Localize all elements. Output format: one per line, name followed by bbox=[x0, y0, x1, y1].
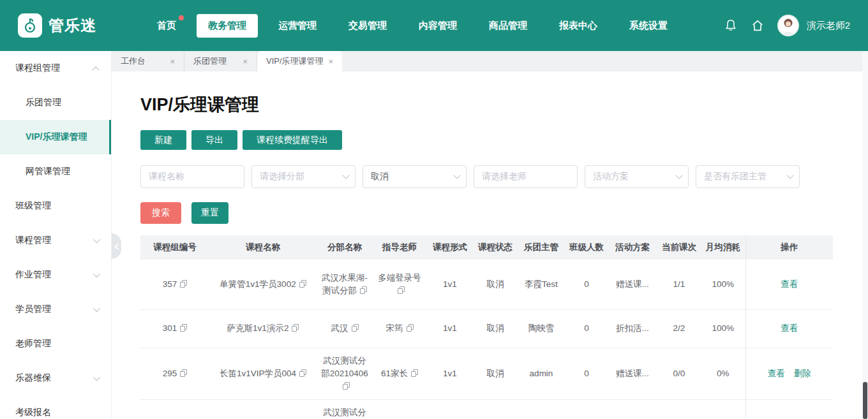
cell-form: 1v1 bbox=[426, 399, 474, 419]
person-icon bbox=[779, 16, 798, 35]
chevron-down-icon bbox=[675, 172, 682, 179]
view-link[interactable]: 查看 bbox=[781, 323, 798, 333]
sidebar-item-teachers[interactable]: 老师管理 bbox=[0, 327, 111, 361]
user-avatar[interactable] bbox=[777, 15, 799, 36]
has-manager-select[interactable]: 是否有乐团主管 bbox=[696, 165, 800, 188]
copy-icon[interactable] bbox=[299, 369, 306, 377]
username[interactable]: 演示老师2 bbox=[807, 20, 850, 32]
cell-form: 1v1 bbox=[426, 309, 474, 348]
cell-students: 0 bbox=[565, 309, 608, 348]
copy-icon[interactable] bbox=[292, 324, 299, 332]
bell-icon[interactable] bbox=[724, 18, 738, 33]
cell-group-id: 295 bbox=[140, 348, 209, 399]
nav-item-products[interactable]: 商品管理 bbox=[477, 14, 539, 38]
cell-course-name: 单簧管1v1学员3002 bbox=[209, 260, 317, 309]
sidebar-item-online-course[interactable]: 网管课管理 bbox=[0, 154, 111, 189]
cell-teacher: 宋筠 bbox=[373, 309, 426, 348]
wind-instrument-icon bbox=[22, 17, 38, 34]
renewal-reminder-export-button[interactable]: 课程续费提醒导出 bbox=[243, 130, 342, 150]
sidebar-item-homework[interactable]: 作业管理 bbox=[0, 258, 111, 292]
copy-icon[interactable] bbox=[407, 324, 414, 332]
close-icon[interactable]: × bbox=[329, 57, 334, 66]
nav-label: 商品管理 bbox=[489, 20, 527, 31]
group-id: 357 bbox=[163, 279, 177, 289]
copy-icon[interactable] bbox=[299, 280, 306, 288]
copy-icon[interactable] bbox=[343, 382, 350, 390]
select-placeholder: 是否有乐团主管 bbox=[704, 171, 786, 182]
copy-icon[interactable] bbox=[180, 280, 187, 288]
nav-item-content[interactable]: 内容管理 bbox=[407, 14, 468, 38]
main-content: VIP/乐理课管理 新建 导出 课程续费提醒导出 课程名称 请选择分部 取消 请… bbox=[112, 71, 868, 419]
tab-vip-theory[interactable]: VIP/乐理课管理 × bbox=[257, 51, 342, 71]
tab-orchestra[interactable]: 乐团管理 × bbox=[184, 51, 257, 71]
sidebar-item-vip-theory[interactable]: VIP/乐理课管理 bbox=[0, 120, 111, 154]
cell-course-name: 中音萨克斯1v1学员00 bbox=[209, 399, 317, 419]
cell-status: 取消 bbox=[474, 309, 517, 348]
select-placeholder: 请选择老师 bbox=[482, 171, 569, 182]
nav-item-settings[interactable]: 系统设置 bbox=[618, 14, 679, 38]
view-link[interactable]: 查看 bbox=[781, 279, 798, 289]
branch-select[interactable]: 请选择分部 bbox=[251, 165, 355, 188]
copy-icon[interactable] bbox=[180, 369, 187, 377]
nav-item-reports[interactable]: 报表中心 bbox=[548, 14, 609, 38]
search-button[interactable]: 搜索 bbox=[140, 202, 181, 224]
sidebar: 课程组管理 乐团管理 VIP/乐理课管理 网管课管理 班级管理 课程管理 作业管… bbox=[0, 51, 112, 419]
cell-branch: 武汉测试分部20210406 bbox=[317, 399, 373, 419]
cell-actions: 查看删除 bbox=[745, 399, 833, 419]
activity-plan-select[interactable]: 活动方案 bbox=[585, 165, 689, 188]
cell-course-name: 长笛1v1VIP学员004 bbox=[209, 348, 317, 399]
cell-consume: 100% bbox=[701, 309, 745, 348]
branch-name: 武汉测试分部20210406 bbox=[321, 356, 368, 378]
teacher-name: 宋筠 bbox=[386, 323, 403, 333]
copy-icon[interactable] bbox=[180, 324, 187, 332]
export-button[interactable]: 导出 bbox=[191, 130, 237, 150]
cell-lessons: 1/1 bbox=[657, 399, 701, 419]
sidebar-item-class-mgmt[interactable]: 班级管理 bbox=[0, 189, 111, 223]
teacher-select[interactable]: 请选择老师 bbox=[474, 165, 578, 188]
view-link[interactable]: 查看 bbox=[768, 369, 785, 378]
cell-branch: 武汉测试分部20210406 bbox=[317, 348, 373, 399]
col-course-name: 课程名称 bbox=[209, 235, 317, 260]
sidebar-item-students[interactable]: 学员管理 bbox=[0, 292, 111, 327]
sidebar-item-course-mgmt[interactable]: 课程管理 bbox=[0, 223, 111, 258]
close-icon[interactable]: × bbox=[170, 57, 175, 66]
nav-item-operations[interactable]: 运营管理 bbox=[267, 14, 328, 38]
brand[interactable]: 管乐迷 bbox=[0, 13, 128, 38]
table-row: 357 单簧管1v1学员3002 武汉水果湖-测试分部 多端登录号 1v1 取消… bbox=[140, 260, 833, 309]
status-select[interactable]: 取消 bbox=[363, 165, 467, 188]
sidebar-item-orchestra[interactable]: 乐团管理 bbox=[0, 85, 111, 120]
tab-label: 工作台 bbox=[121, 55, 146, 67]
sidebar-item-instrument-maintenance[interactable]: 乐器维保 bbox=[0, 361, 111, 395]
nav-item-transactions[interactable]: 交易管理 bbox=[337, 14, 398, 38]
close-icon[interactable]: × bbox=[243, 57, 248, 66]
cell-group-id: 301 bbox=[140, 309, 209, 348]
copy-icon[interactable] bbox=[352, 324, 359, 332]
copy-icon[interactable] bbox=[411, 369, 418, 377]
teacher-name: 61家长 bbox=[381, 369, 408, 378]
sidebar-item-course-group[interactable]: 课程组管理 bbox=[0, 51, 111, 85]
delete-link[interactable]: 删除 bbox=[794, 369, 811, 378]
scrollbar-thumb[interactable] bbox=[863, 382, 867, 419]
copy-icon[interactable] bbox=[360, 286, 367, 294]
search-row: 搜索 重置 bbox=[140, 202, 868, 224]
vertical-scrollbar[interactable] bbox=[862, 51, 868, 419]
sidebar-item-grade-exam[interactable]: 考级报名 bbox=[0, 395, 111, 419]
cell-lessons: 0/0 bbox=[657, 348, 701, 399]
col-branch: 分部名称 bbox=[317, 235, 373, 260]
home-icon[interactable] bbox=[751, 18, 765, 33]
cell-manager: 李霞Test bbox=[517, 260, 565, 309]
sidebar-item-label: 老师管理 bbox=[15, 338, 51, 349]
course-name-input[interactable]: 课程名称 bbox=[140, 165, 244, 188]
col-consume: 月均消耗 bbox=[701, 235, 745, 260]
copy-icon[interactable] bbox=[398, 286, 405, 294]
tab-workbench[interactable]: 工作台 × bbox=[112, 51, 184, 71]
reset-button[interactable]: 重置 bbox=[191, 202, 228, 224]
nav-item-home[interactable]: 首页 bbox=[146, 14, 188, 38]
nav-label: 首页 bbox=[157, 20, 176, 31]
chevron-left-icon bbox=[114, 243, 121, 249]
nav-label: 内容管理 bbox=[419, 20, 457, 31]
teacher-name: 多端登录号 bbox=[378, 273, 421, 283]
nav-item-academic[interactable]: 教务管理 bbox=[197, 14, 258, 38]
sidebar-item-label: 作业管理 bbox=[15, 269, 51, 281]
create-button[interactable]: 新建 bbox=[140, 130, 186, 150]
